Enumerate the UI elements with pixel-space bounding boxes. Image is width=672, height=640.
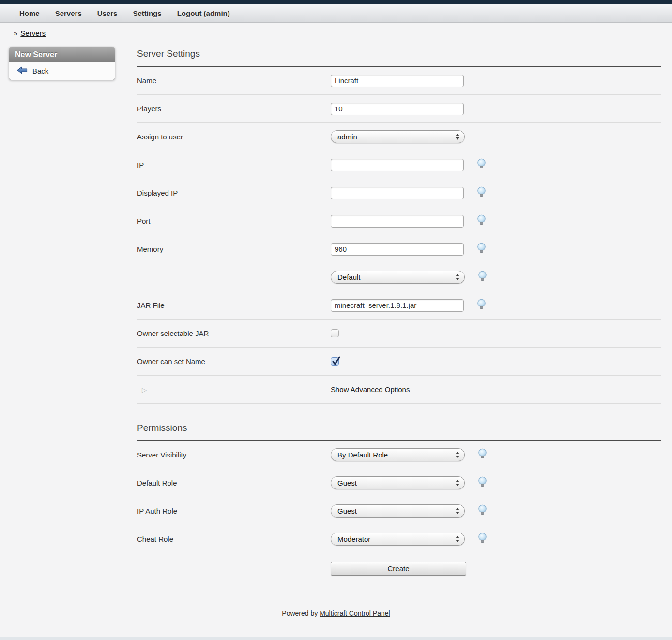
assign-to-user-select[interactable]: admin bbox=[331, 130, 465, 143]
main-nav: Home Servers Users Settings Logout (admi… bbox=[0, 4, 672, 23]
players-label: Players bbox=[137, 105, 331, 113]
ip-label: IP bbox=[137, 161, 331, 169]
panel-title: New Server bbox=[9, 47, 115, 62]
help-bulb-icon[interactable] bbox=[476, 243, 487, 256]
row-players: Players bbox=[137, 95, 661, 123]
row-memory-mode: Default bbox=[137, 263, 661, 291]
owner-can-set-name-checkbox[interactable] bbox=[331, 357, 339, 366]
ip-auth-role-select[interactable]: Guest bbox=[331, 504, 465, 518]
server-visibility-selected-value: By Default Role bbox=[337, 451, 388, 459]
memory-mode-select[interactable]: Default bbox=[331, 271, 465, 284]
ip-auth-role-label: IP Auth Role bbox=[137, 507, 331, 515]
footer-powered-by-text: Powered by bbox=[282, 610, 318, 617]
select-stepper-icon bbox=[456, 274, 459, 280]
server-visibility-label: Server Visibility bbox=[137, 451, 331, 459]
row-cheat-role: Cheat Role Moderator bbox=[137, 525, 661, 553]
back-button-label: Back bbox=[32, 67, 48, 75]
row-default-role: Default Role Guest bbox=[137, 469, 661, 497]
server-settings-heading: Server Settings bbox=[137, 42, 661, 66]
help-bulb-icon[interactable] bbox=[477, 271, 488, 284]
help-bulb-icon[interactable] bbox=[477, 476, 488, 489]
breadcrumb-prefix: » bbox=[14, 29, 17, 37]
cheat-role-select[interactable]: Moderator bbox=[331, 533, 465, 546]
name-label: Name bbox=[137, 76, 331, 85]
breadcrumb-servers-link[interactable]: Servers bbox=[20, 29, 46, 37]
help-bulb-icon[interactable] bbox=[476, 186, 487, 199]
row-name: Name bbox=[137, 67, 661, 95]
name-input[interactable] bbox=[331, 75, 464, 87]
multicraft-link[interactable]: Multicraft Control Panel bbox=[320, 610, 390, 617]
memory-mode-selected-value: Default bbox=[337, 273, 361, 281]
select-stepper-icon bbox=[456, 134, 459, 140]
help-bulb-icon[interactable] bbox=[476, 299, 487, 312]
players-input[interactable] bbox=[331, 103, 464, 115]
show-advanced-options-link[interactable]: Show Advanced Options bbox=[331, 385, 410, 394]
help-bulb-icon[interactable] bbox=[476, 158, 487, 171]
jar-file-input[interactable] bbox=[331, 299, 464, 312]
arrow-left-icon bbox=[17, 66, 28, 76]
port-input[interactable] bbox=[331, 215, 464, 228]
select-stepper-icon bbox=[456, 452, 459, 458]
owner-selectable-jar-checkbox[interactable] bbox=[331, 329, 339, 337]
help-bulb-icon[interactable] bbox=[476, 214, 487, 228]
row-owner-selectable-jar: Owner selectable JAR bbox=[137, 320, 661, 348]
owner-selectable-jar-label: Owner selectable JAR bbox=[137, 329, 331, 337]
select-stepper-icon bbox=[456, 508, 459, 514]
help-bulb-icon[interactable] bbox=[477, 533, 488, 546]
row-ip: IP bbox=[137, 151, 661, 179]
memory-input[interactable] bbox=[331, 243, 464, 256]
default-role-select[interactable]: Guest bbox=[331, 476, 465, 489]
row-advanced-options: ▷ Show Advanced Options bbox=[137, 376, 661, 404]
nav-item-home[interactable]: Home bbox=[19, 9, 40, 17]
server-visibility-select[interactable]: By Default Role bbox=[331, 448, 465, 461]
row-memory: Memory bbox=[137, 235, 661, 263]
nav-item-servers[interactable]: Servers bbox=[55, 9, 82, 17]
create-button[interactable]: Create bbox=[331, 562, 466, 576]
footer: Powered by Multicraft Control Panel bbox=[15, 601, 657, 617]
select-stepper-icon bbox=[456, 536, 459, 542]
row-assign-to-user: Assign to user admin bbox=[137, 123, 661, 151]
row-server-visibility: Server Visibility By Default Role bbox=[137, 441, 661, 469]
back-button[interactable]: Back bbox=[9, 62, 115, 80]
checkmark-icon bbox=[332, 355, 341, 366]
cheat-role-selected-value: Moderator bbox=[337, 535, 370, 543]
ip-input[interactable] bbox=[331, 159, 464, 171]
bottom-strip bbox=[0, 637, 672, 640]
select-stepper-icon bbox=[456, 480, 459, 486]
cheat-role-label: Cheat Role bbox=[137, 535, 331, 543]
permissions-heading: Permissions bbox=[137, 416, 661, 440]
nav-item-logout[interactable]: Logout (admin) bbox=[177, 9, 230, 17]
browser-top-strip bbox=[0, 0, 672, 4]
assign-to-user-label: Assign to user bbox=[137, 133, 331, 141]
new-server-panel: New Server Back bbox=[9, 47, 115, 80]
port-label: Port bbox=[137, 217, 331, 225]
owner-can-set-name-label: Owner can set Name bbox=[137, 357, 331, 366]
help-bulb-icon[interactable] bbox=[477, 448, 488, 461]
default-role-label: Default Role bbox=[137, 479, 331, 487]
row-jar-file: JAR File bbox=[137, 291, 661, 320]
displayed-ip-input[interactable] bbox=[331, 187, 464, 199]
row-displayed-ip: Displayed IP bbox=[137, 179, 661, 207]
row-port: Port bbox=[137, 207, 661, 235]
row-create: Create bbox=[137, 553, 661, 590]
memory-label: Memory bbox=[137, 245, 331, 253]
displayed-ip-label: Displayed IP bbox=[137, 189, 331, 197]
help-bulb-icon[interactable] bbox=[477, 504, 488, 518]
default-role-selected-value: Guest bbox=[337, 479, 357, 487]
jar-file-label: JAR File bbox=[137, 301, 331, 309]
main-content: Server Settings Name Players Assign to u… bbox=[137, 42, 661, 590]
breadcrumb: » Servers bbox=[0, 23, 672, 42]
ip-auth-role-selected-value: Guest bbox=[337, 507, 357, 515]
row-ip-auth-role: IP Auth Role Guest bbox=[137, 497, 661, 525]
assign-to-user-selected-value: admin bbox=[337, 133, 357, 141]
disclosure-triangle-icon[interactable]: ▷ bbox=[137, 386, 147, 394]
nav-item-settings[interactable]: Settings bbox=[133, 9, 161, 17]
nav-item-users[interactable]: Users bbox=[97, 9, 118, 17]
row-owner-can-set-name: Owner can set Name bbox=[137, 348, 661, 376]
